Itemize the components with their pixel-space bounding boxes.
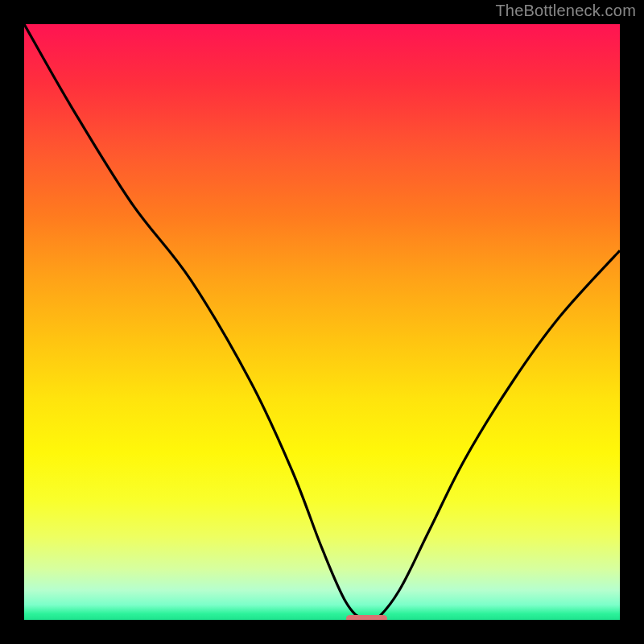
bottleneck-curve — [24, 24, 620, 620]
plot-area — [24, 24, 620, 620]
chart-frame: TheBottleneck.com — [0, 0, 644, 644]
watermark-text: TheBottleneck.com — [495, 2, 636, 20]
minimum-marker — [346, 615, 388, 620]
curve-path — [24, 24, 620, 620]
